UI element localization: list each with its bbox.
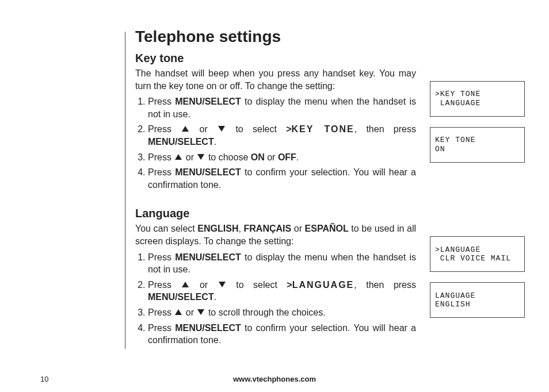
lcd-line: ON [435,145,520,154]
t: Press [148,280,181,290]
lcd-line: >KEY TONE [435,90,520,99]
keytone-block: The handset will beep when you press any… [135,67,527,194]
menu-select: MENU/SELECT [175,323,241,333]
lcd-keytone-menu: >KEY TONE LANGUAGE [430,81,525,117]
t: to scroll through the choices. [205,308,325,317]
t: , then press [354,124,416,134]
t: or [190,280,217,290]
t: Press [148,323,175,333]
language-steps: Press MENU/SELECT to display the menu wh… [135,251,416,347]
gt: > [287,280,292,290]
down-arrow-icon [197,154,204,160]
francais-label: FRANÇAIS [244,224,292,233]
lcd-line: LANGUAGE [435,291,520,301]
language-label: LANGUAGE [292,280,354,290]
down-arrow-icon [219,282,226,287]
t: . [296,152,299,162]
t: Press [148,167,175,177]
menu-select: MENU/SELECT [175,252,241,262]
lcd-line: LANGUAGE [435,99,520,108]
language-block: Language You can select ENGLISH, FRANÇAI… [135,207,527,349]
section-heading-keytone: Key tone [135,52,527,65]
lcd-language-value: LANGUAGE ENGLISH [430,282,525,318]
language-step-2: Press or to select >LANGUAGE, then press… [148,279,416,303]
t: Press [148,252,175,262]
down-arrow-icon [218,126,225,132]
keytone-step-4: Press MENU/SELECT to confirm your select… [148,166,416,191]
footer-url: www.vtechphones.com [0,375,549,383]
language-screens: >LANGUAGE CLR VOICE MAIL LANGUAGE ENGLIS… [430,222,527,318]
menu-select: MENU/SELECT [175,97,241,106]
t: or [183,152,196,162]
espanol-label: ESPAÑOL [305,224,349,233]
t: to choose [205,152,250,162]
language-step-3: Press or to scroll through the choices. [148,306,416,319]
t: or [183,308,196,317]
english-label: ENGLISH [197,224,238,233]
keytone-step-1: Press MENU/SELECT to display the menu wh… [148,95,416,120]
off-label: OFF [278,152,296,162]
t: to select [227,280,287,290]
keytone-screens: >KEY TONE LANGUAGE KEY TONE ON [430,67,527,163]
section-heading-language: Language [135,207,527,220]
t: Press [148,152,174,162]
menu-select: MENU/SELECT [175,167,241,177]
menu-select: MENU/SELECT [148,292,214,302]
content: Telephone settings Key tone The handset … [135,28,527,350]
gt: > [286,124,291,134]
down-arrow-icon [197,309,204,315]
t: , [238,224,243,233]
t: or [265,152,278,162]
lcd-line: KEY TONE [435,136,520,145]
up-arrow-icon [182,282,189,287]
keytone-step-2: Press or to select >KEY TONE, then press… [148,123,416,148]
t: , then press [354,280,416,290]
lcd-line: ENGLISH [435,300,520,309]
t: . [214,292,216,302]
up-arrow-icon [175,309,182,315]
language-intro: You can select ENGLISH, FRANÇAIS or ESPA… [135,222,416,247]
language-text: You can select ENGLISH, FRANÇAIS or ESPA… [135,222,416,349]
language-step-1: Press MENU/SELECT to display the menu wh… [148,251,416,276]
lcd-line: CLR VOICE MAIL [435,254,520,263]
keytone-steps: Press MENU/SELECT to display the menu wh… [135,95,416,191]
spacer [430,67,527,71]
on-label: ON [251,152,265,162]
keytone-text: The handset will beep when you press any… [135,67,416,194]
lcd-keytone-value: KEY TONE ON [430,127,525,163]
page: Telephone settings Key tone The handset … [0,0,549,392]
up-arrow-icon [175,154,182,160]
t: or [291,224,304,233]
t: or [190,124,217,134]
language-step-4: Press MENU/SELECT to confirm your select… [148,322,416,347]
menu-select: MENU/SELECT [148,137,214,147]
page-title: Telephone settings [135,28,527,46]
lcd-line: >LANGUAGE [435,245,520,255]
t: You can select [135,224,197,233]
left-rule [125,32,125,349]
t: to select [226,124,286,134]
up-arrow-icon [182,126,189,132]
t: Press [148,97,175,106]
key-tone-label: KEY TONE [292,124,354,134]
t: Press [148,124,181,134]
t: Press [148,308,174,317]
keytone-step-3: Press or to choose ON or OFF. [148,151,416,164]
language-cols: You can select ENGLISH, FRANÇAIS or ESPA… [135,222,527,349]
t: . [214,137,216,147]
keytone-intro: The handset will beep when you press any… [135,67,416,92]
spacer [430,222,527,226]
lcd-language-menu: >LANGUAGE CLR VOICE MAIL [430,236,525,272]
